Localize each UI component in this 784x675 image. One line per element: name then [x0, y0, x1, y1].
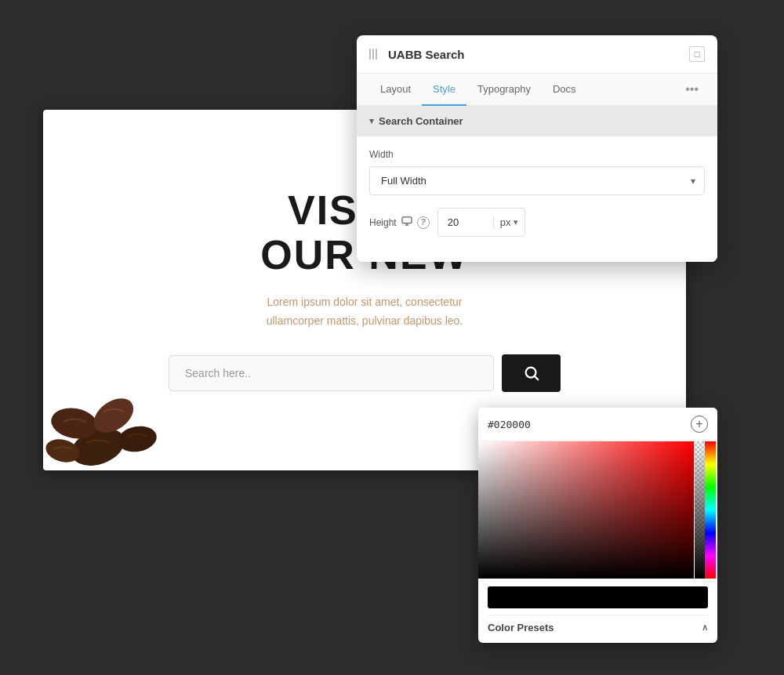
- monitor-icon: [401, 216, 412, 228]
- tab-docs[interactable]: Docs: [542, 74, 587, 106]
- color-picker-bottom: Color Presets ∧: [478, 579, 717, 643]
- width-label: Width: [369, 149, 705, 160]
- svg-rect-7: [402, 217, 412, 223]
- close-icon: □: [695, 49, 700, 59]
- selected-color-bar: [488, 586, 708, 608]
- width-select-wrapper: Full Width ▾: [369, 166, 705, 195]
- panel-header: UABB Search □: [357, 35, 717, 74]
- tab-layout[interactable]: Layout: [369, 74, 422, 106]
- section-chevron-icon: ▾: [369, 116, 374, 126]
- unit-select-wrapper[interactable]: px ▾: [493, 216, 525, 228]
- search-icon: [523, 365, 540, 382]
- coffee-beans-illustration: [43, 314, 184, 470]
- unit-label: px: [500, 216, 511, 228]
- color-gradient-container[interactable]: [478, 441, 717, 579]
- section-label: Search Container: [379, 115, 463, 127]
- tab-typography[interactable]: Typography: [466, 74, 542, 106]
- width-select[interactable]: Full Width: [369, 166, 705, 195]
- hue-bar[interactable]: [706, 441, 717, 579]
- height-input-group: px ▾: [437, 208, 526, 237]
- height-label: Height: [369, 217, 397, 228]
- search-container-section-header[interactable]: ▾ Search Container: [357, 106, 717, 136]
- alpha-bar[interactable]: [695, 441, 706, 579]
- width-field-row: Width Full Width ▾: [369, 149, 705, 195]
- saturation-area[interactable]: [478, 441, 694, 579]
- gradient-canvas[interactable]: [478, 441, 694, 579]
- svg-point-4: [116, 423, 159, 455]
- height-row: Height ? px: [369, 208, 705, 237]
- tab-more-button[interactable]: •••: [679, 74, 705, 104]
- height-label-group: Height ?: [369, 216, 430, 229]
- height-input[interactable]: [438, 209, 493, 236]
- color-hex-row: #020000 +: [478, 408, 717, 441]
- color-picker-panel: #020000 + Color Presets ∧: [478, 408, 717, 643]
- search-input-preview[interactable]: Search here..: [169, 355, 494, 391]
- drag-handle[interactable]: [369, 49, 377, 60]
- panel-close-button[interactable]: □: [689, 46, 705, 62]
- color-hex-value: #020000: [488, 419, 684, 430]
- presets-chevron-icon: ∧: [702, 622, 708, 633]
- color-presets-row[interactable]: Color Presets ∧: [488, 615, 708, 635]
- tab-style[interactable]: Style: [422, 74, 466, 106]
- panel-tabs: Layout Style Typography Docs •••: [357, 74, 717, 106]
- preview-subtitle: Lorem ipsum dolor sit amet, consectetur …: [267, 293, 463, 331]
- unit-chevron-icon: ▾: [514, 217, 518, 227]
- panel-title: UABB Search: [388, 48, 683, 61]
- uabb-search-panel: UABB Search □ Layout Style Typography Do…: [357, 35, 717, 262]
- help-icon[interactable]: ?: [417, 216, 430, 229]
- section-body: Width Full Width ▾ Height: [357, 136, 717, 262]
- panel-content: ▾ Search Container Width Full Width ▾ He: [357, 106, 717, 262]
- search-button-preview[interactable]: [502, 354, 561, 392]
- search-bar-row: Search here..: [169, 354, 561, 392]
- height-field-row: Height ? px: [369, 208, 705, 237]
- svg-line-6: [535, 376, 538, 379]
- color-presets-label: Color Presets: [488, 622, 554, 633]
- add-preset-button[interactable]: +: [691, 416, 708, 433]
